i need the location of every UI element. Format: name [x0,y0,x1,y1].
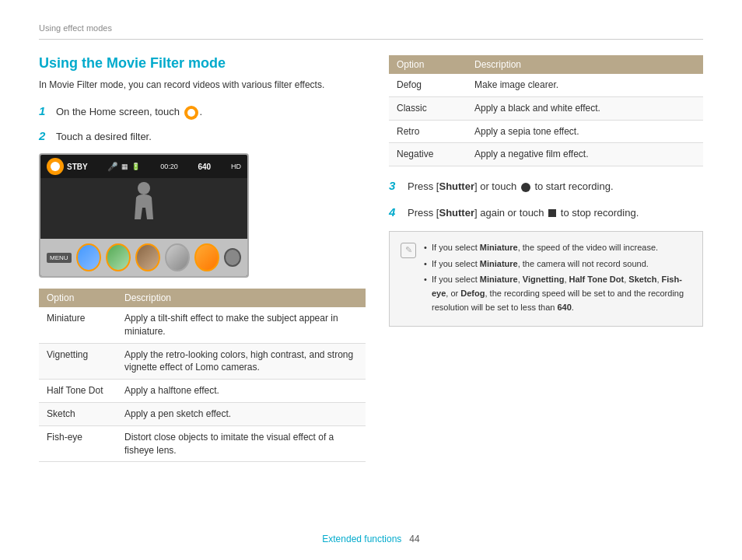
step-4: 4 Press [Shutter] again or touch to stop… [389,205,703,221]
right-table-row: Negative Apply a negative film effect. [389,143,703,166]
left-row-option: Half Tone Dot [39,380,117,403]
step-2-text: Touch a desired filter. [56,129,152,145]
step-2-number: 2 [39,129,51,142]
step-2: 2 Touch a desired filter. [39,129,366,145]
right-row-description: Make image clearer. [467,74,703,96]
left-row-description: Apply a tilt-shift effect to make the su… [117,307,366,343]
step-4-text: Press [Shutter] again or touch to stop r… [408,205,639,221]
camera-main-area [40,178,247,233]
left-table-header-description: Description [117,289,366,307]
right-row-option: Retro [389,120,467,143]
left-options-table: Option Description Miniature Apply a til… [39,289,366,462]
step-1: 1 On the Home screen, touch . [39,104,366,120]
section-intro: In Movie Filter mode, you can record vid… [39,78,366,92]
filter-circle-5 [194,243,219,271]
left-row-description: Apply a pen sketch effect. [117,403,366,426]
camera-top-bar: STBY 🎤 ▦ 🔋 00:20 640 HD [40,155,247,178]
cam-icons-right: 🎤 ▦ 🔋 [107,162,140,172]
left-row-description: Distort close objects to imitate the vis… [117,425,366,462]
right-table-wrap: Option Description Defog Make image clea… [389,55,703,166]
note-content: If you select Miniature, the speed of th… [424,241,691,317]
note-icon: ✎ [401,243,416,258]
cam-mic-icon: 🎤 [107,162,118,172]
left-table-row: Miniature Apply a tilt-shift effect to m… [39,307,366,343]
note-list: If you select Miniature, the speed of th… [424,241,691,314]
filter-circle-4 [165,243,190,271]
right-column: Option Description Defog Make image clea… [389,55,703,474]
step-1-number: 1 [39,104,51,117]
left-table-header-option: Option [39,289,117,307]
note-box: ✎ If you select Miniature, the speed of … [389,231,703,327]
circle-record-icon [521,183,530,192]
cam-counter: 640 [198,163,212,171]
note-bullet: If you select Miniature, Vignetting, Hal… [424,273,691,314]
right-row-option: Negative [389,143,467,166]
left-table-row: Sketch Apply a pen sketch effect. [39,403,366,426]
cam-menu-btn: MENU [47,253,72,263]
filter-circle-2 [106,243,131,271]
filter-circle-1 [76,243,101,271]
section-title: Using the Movie Filter mode [39,55,366,72]
left-row-option: Fish-eye [39,425,117,462]
square-stop-icon [548,209,556,217]
cam-record-btn [224,248,241,267]
camera-screen: STBY 🎤 ▦ 🔋 00:20 640 HD [39,153,249,278]
right-options-table: Option Description Defog Make image clea… [389,55,703,166]
step-1-text: On the Home screen, touch . [56,104,202,120]
left-row-description: Apply a halftone effect. [117,380,366,403]
right-table-row: Defog Make image clearer. [389,74,703,96]
right-table-row: Classic Apply a black and white effect. [389,96,703,120]
right-row-option: Defog [389,74,467,96]
left-table-row: Vignetting Apply the retro-looking color… [39,343,366,380]
cam-stby-text: STBY [67,163,88,171]
cam-stby-icon [47,158,64,175]
right-table-row: Retro Apply a sepia tone effect. [389,120,703,143]
cam-stby: STBY [47,158,88,175]
svg-point-0 [138,182,150,194]
note-bullet: If you select Miniature, the speed of th… [424,241,691,255]
left-row-option: Miniature [39,307,117,343]
breadcrumb: Using effect modes [39,23,703,40]
right-row-description: Apply a black and white effect. [467,96,703,120]
right-row-description: Apply a sepia tone effect. [467,120,703,143]
right-table-header-option: Option [389,55,467,74]
footer-page-number: 44 [409,534,419,544]
cam-battery-icon: 🔋 [131,163,140,170]
left-row-option: Vignetting [39,343,117,380]
left-row-option: Sketch [39,403,117,426]
left-column: Using the Movie Filter mode In Movie Fil… [39,55,366,474]
person-silhouette [128,180,159,231]
camera-bottom: MENU [40,239,247,276]
footer-label: Extended functions [322,534,401,544]
cam-hd-icon: HD [231,163,241,170]
page-footer: Extended functions 44 [0,534,742,544]
right-row-option: Classic [389,96,467,120]
step-3-text: Press [Shutter] or touch to start record… [408,179,614,194]
note-bullet: If you select Miniature, the camera will… [424,257,691,271]
step-4-number: 4 [389,205,401,219]
left-table-row: Half Tone Dot Apply a halftone effect. [39,380,366,403]
breadcrumb-text: Using effect modes [39,23,112,33]
home-screen-icon [184,106,198,120]
filter-circle-3 [135,243,160,271]
cam-sd-icon: ▦ [121,163,128,170]
cam-time: 00:20 [160,163,178,170]
right-row-description: Apply a negative film effect. [467,143,703,166]
right-table-header-description: Description [467,55,703,74]
step-3-number: 3 [389,179,401,192]
step-3: 3 Press [Shutter] or touch to start reco… [389,179,703,194]
left-row-description: Apply the retro-looking colors, high con… [117,343,366,380]
left-table-row: Fish-eye Distort close objects to imitat… [39,425,366,462]
